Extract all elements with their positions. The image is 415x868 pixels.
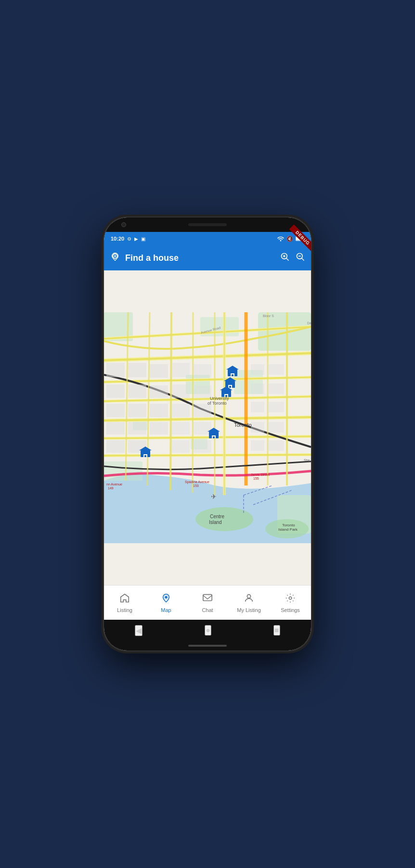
wifi-icon	[277, 236, 284, 242]
svg-line-43	[193, 312, 193, 493]
android-nav-bar: ◀ ● ■	[104, 620, 311, 641]
status-bar: 10:20 ⚙ ▶ ▣ 🔇	[104, 232, 311, 245]
map-label: Map	[161, 607, 171, 613]
app-bar: Find a house	[104, 245, 311, 270]
chat-label: Chat	[202, 607, 213, 613]
svg-rect-55	[106, 404, 125, 417]
svg-rect-57	[150, 404, 168, 417]
svg-rect-21	[104, 461, 143, 481]
svg-text:153: 153	[193, 484, 199, 487]
svg-line-7	[286, 258, 289, 260]
svg-rect-77	[251, 402, 264, 412]
svg-rect-76	[268, 383, 284, 394]
svg-rect-14	[258, 312, 311, 351]
phone-device: 10:20 ⚙ ▶ ▣ 🔇	[104, 217, 311, 651]
svg-rect-50	[128, 363, 146, 377]
app-bar-actions	[280, 252, 305, 264]
zoom-in-button[interactable]	[280, 252, 290, 264]
svg-line-38	[104, 455, 311, 456]
svg-rect-54	[150, 385, 168, 398]
status-time: 10:20	[111, 236, 124, 242]
svg-rect-82	[268, 440, 284, 451]
nav-item-settings[interactable]: Settings	[270, 593, 311, 613]
status-left: 10:20 ⚙ ▶ ▣	[111, 236, 145, 242]
svg-rect-58	[106, 422, 125, 434]
svg-text:Spadina Avenue: Spadina Avenue	[185, 480, 209, 484]
svg-rect-64	[193, 364, 211, 378]
svg-rect-62	[150, 422, 168, 434]
svg-point-127	[247, 594, 250, 598]
svg-rect-107	[232, 374, 233, 376]
android-back-button[interactable]: ◀	[135, 625, 143, 636]
location-icon	[110, 252, 120, 265]
svg-rect-80	[268, 422, 284, 433]
nav-item-my-listing[interactable]: My Listing	[228, 593, 270, 613]
svg-rect-59	[128, 422, 146, 434]
svg-rect-75	[251, 383, 264, 394]
zoom-out-button[interactable]	[296, 252, 305, 264]
listing-label: Listing	[117, 607, 132, 613]
phone-screen: 10:20 ⚙ ▶ ▣ 🔇	[104, 217, 311, 651]
svg-rect-60	[106, 440, 125, 453]
svg-point-23	[195, 507, 253, 531]
mute-icon: 🔇	[286, 236, 293, 242]
svg-rect-51	[150, 364, 168, 378]
bottom-nav: Listing Map	[104, 585, 311, 620]
svg-text:Island: Island	[209, 520, 222, 525]
map-svg: University of Toronto Toronto She Bloor …	[104, 270, 311, 585]
svg-line-42	[170, 312, 171, 490]
camera	[121, 222, 126, 227]
my-listing-label: My Listing	[237, 607, 261, 613]
map-area[interactable]: University of Toronto Toronto She Bloor …	[104, 270, 311, 585]
svg-text:Centre: Centre	[210, 514, 224, 519]
svg-rect-66	[193, 385, 211, 398]
svg-rect-72	[193, 440, 211, 453]
phone-top-bar	[104, 217, 311, 232]
svg-rect-56	[128, 404, 146, 417]
svg-rect-49	[106, 363, 125, 377]
svg-rect-52	[106, 384, 125, 398]
android-home-button[interactable]: ●	[205, 625, 211, 636]
svg-rect-115	[225, 395, 227, 397]
map-icon	[161, 593, 171, 606]
svg-text:Daf: Daf	[307, 321, 311, 325]
svg-text:Bloor S: Bloor S	[263, 314, 274, 318]
svg-text:✈: ✈	[211, 493, 217, 500]
settings-icon	[285, 593, 296, 606]
play-status-icon: ▶	[134, 236, 138, 242]
svg-line-11	[302, 258, 304, 260]
svg-text:Toronto: Toronto	[234, 422, 252, 428]
listing-icon	[119, 593, 130, 606]
clip-status-icon: ▣	[141, 236, 145, 242]
svg-point-0	[280, 240, 282, 242]
settings-status-icon: ⚙	[127, 236, 131, 242]
svg-rect-119	[213, 436, 215, 438]
android-recent-button[interactable]: ■	[273, 625, 280, 636]
bottom-pill	[104, 641, 311, 651]
svg-rect-71	[171, 440, 190, 453]
svg-rect-111	[229, 386, 231, 388]
svg-rect-69	[171, 422, 190, 434]
svg-rect-70	[193, 422, 211, 434]
svg-rect-81	[251, 440, 264, 451]
nav-item-chat[interactable]: Chat	[187, 593, 228, 613]
svg-rect-74	[268, 364, 284, 375]
svg-point-124	[165, 596, 168, 599]
app-bar-title: Find a house	[125, 253, 280, 263]
svg-text:Island Park: Island Park	[278, 527, 298, 532]
svg-rect-73	[251, 364, 264, 375]
svg-rect-65	[171, 384, 190, 398]
nav-item-map[interactable]: Map	[145, 593, 187, 613]
svg-rect-126	[203, 594, 212, 600]
settings-label: Settings	[281, 607, 300, 613]
nav-item-listing[interactable]: Listing	[104, 593, 145, 613]
svg-text:Jarvis Street: Jarvis Street	[251, 473, 270, 476]
svg-rect-53	[128, 384, 146, 398]
svg-text:nn Avenue: nn Avenue	[106, 483, 122, 486]
svg-text:of Toronto: of Toronto	[208, 401, 227, 406]
svg-rect-123	[144, 455, 146, 457]
svg-point-5	[114, 255, 116, 257]
svg-rect-79	[251, 422, 264, 433]
svg-rect-78	[268, 402, 284, 412]
svg-text:155: 155	[253, 477, 259, 480]
